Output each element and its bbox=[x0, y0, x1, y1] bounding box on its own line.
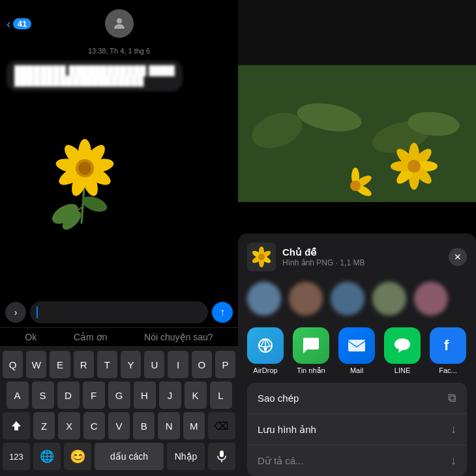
key-g[interactable]: G bbox=[108, 381, 130, 409]
svg-point-37 bbox=[350, 181, 361, 191]
svg-rect-17 bbox=[220, 451, 224, 457]
line-label: LINE bbox=[394, 366, 410, 374]
more-action-icon: ↓ bbox=[451, 454, 456, 468]
mail-icon bbox=[338, 327, 375, 364]
airdrop-label: AirDrop bbox=[253, 366, 277, 374]
share-close-button[interactable]: ✕ bbox=[449, 248, 467, 266]
app-airdrop[interactable]: AirDrop bbox=[247, 327, 284, 375]
mail-label: Mail bbox=[350, 366, 363, 374]
app-mail[interactable]: Mail bbox=[338, 327, 375, 375]
action-list: Sao chép ⧉ Lưu hình ảnh ↓ Dữ tả cá... ↓ bbox=[247, 383, 467, 476]
line-svg bbox=[392, 335, 413, 356]
contact-5[interactable] bbox=[414, 282, 448, 316]
suggestion-thanks[interactable]: Cảm ơn bbox=[74, 332, 107, 342]
action-copy-label: Sao chép bbox=[258, 393, 299, 404]
key-k[interactable]: K bbox=[185, 381, 207, 409]
key-x[interactable]: X bbox=[58, 412, 80, 439]
key-s[interactable]: S bbox=[32, 381, 54, 409]
key-u[interactable]: U bbox=[144, 351, 164, 378]
key-q[interactable]: Q bbox=[3, 351, 23, 378]
key-d[interactable]: D bbox=[57, 381, 80, 409]
key-123[interactable]: 123 bbox=[3, 443, 30, 470]
thumbnail-svg bbox=[247, 243, 276, 271]
key-b[interactable]: B bbox=[133, 412, 155, 439]
message-input[interactable] bbox=[30, 301, 208, 323]
share-sheet: Chủ đề Hình ảnh PNG · 1,1 MB ✕ bbox=[238, 233, 476, 476]
key-y[interactable]: Y bbox=[121, 351, 141, 378]
keyboard-row-1: Q W E R T Y U I O P bbox=[3, 351, 235, 378]
messages-icon bbox=[293, 327, 329, 364]
key-o[interactable]: O bbox=[192, 351, 212, 378]
send-button[interactable]: ↑ bbox=[212, 302, 233, 323]
action-copy[interactable]: Sao chép ⧉ bbox=[247, 383, 467, 414]
back-chevron-icon: ‹ bbox=[7, 17, 11, 30]
keyboard: Q W E R T Y U I O P A S D F G H J K L bbox=[0, 347, 238, 476]
line-icon bbox=[384, 327, 421, 364]
action-more[interactable]: Dữ tả cá... ↓ bbox=[247, 445, 467, 476]
keyboard-row-bottom: 123 🌐 😊 dấu cách Nhập bbox=[3, 443, 235, 470]
chat-header: ‹ 41 bbox=[0, 0, 238, 44]
share-header: Chủ đề Hình ảnh PNG · 1,1 MB ✕ bbox=[238, 233, 476, 278]
share-thumbnail bbox=[247, 243, 276, 271]
contacts-row bbox=[238, 278, 476, 322]
shift-icon bbox=[10, 420, 22, 432]
back-count-badge[interactable]: 41 bbox=[13, 18, 31, 29]
facebook-svg: f bbox=[438, 335, 458, 356]
apps-row: AirDrop Tin nhắn Mail bbox=[238, 322, 476, 378]
key-a[interactable]: A bbox=[7, 381, 29, 409]
key-t[interactable]: T bbox=[97, 351, 117, 378]
key-f[interactable]: F bbox=[83, 381, 105, 409]
app-more[interactable]: f Fac... bbox=[430, 327, 466, 375]
photo-background bbox=[238, 0, 476, 202]
flower-photo bbox=[7, 97, 163, 240]
expand-button[interactable]: › bbox=[5, 302, 26, 323]
contact-1[interactable] bbox=[247, 282, 281, 316]
action-more-label: Dữ tả cá... bbox=[258, 455, 304, 467]
key-w[interactable]: W bbox=[26, 351, 46, 378]
svg-point-45 bbox=[258, 254, 265, 260]
share-info: Chủ đề Hình ảnh PNG · 1,1 MB bbox=[282, 246, 442, 267]
contact-3[interactable] bbox=[331, 282, 364, 316]
key-i[interactable]: I bbox=[168, 351, 188, 378]
action-save-label: Lưu hình ảnh bbox=[258, 424, 316, 436]
key-e[interactable]: E bbox=[50, 351, 70, 378]
key-l[interactable]: L bbox=[210, 381, 232, 409]
svg-point-33 bbox=[408, 160, 421, 173]
contact-2[interactable] bbox=[289, 282, 323, 316]
app-line[interactable]: LINE bbox=[384, 327, 421, 375]
incoming-message-image[interactable] bbox=[7, 97, 163, 240]
space-key[interactable]: dấu cách bbox=[95, 443, 164, 470]
svg-rect-48 bbox=[348, 340, 365, 351]
action-save[interactable]: Lưu hình ảnh ↓ bbox=[247, 414, 467, 445]
delete-key[interactable]: ⌫ bbox=[208, 412, 235, 439]
svg-point-0 bbox=[117, 18, 122, 23]
app-messages[interactable]: Tin nhắn bbox=[293, 327, 329, 375]
key-c[interactable]: C bbox=[83, 412, 105, 439]
svg-text:f: f bbox=[444, 337, 449, 353]
key-z[interactable]: Z bbox=[33, 412, 55, 439]
key-m[interactable]: M bbox=[183, 412, 205, 439]
nature-background-svg bbox=[238, 0, 476, 202]
messaging-panel: ‹ 41 13:38, Th 4, 1 thg 6 ████████ █████… bbox=[0, 0, 238, 476]
return-key[interactable]: Nhập bbox=[167, 443, 205, 470]
key-p[interactable]: P bbox=[215, 351, 235, 378]
key-r[interactable]: R bbox=[74, 351, 94, 378]
emoji-key[interactable]: 😊 bbox=[64, 443, 91, 470]
mic-key[interactable] bbox=[208, 443, 235, 470]
message-timestamp: 13:38, Th 4, 1 thg 6 bbox=[0, 44, 238, 60]
share-title: Chủ đề bbox=[282, 246, 442, 258]
globe-key[interactable]: 🌐 bbox=[33, 443, 61, 470]
key-v[interactable]: V bbox=[108, 412, 130, 439]
chat-messages: ████████ ████████████ ██████████████████… bbox=[0, 60, 238, 297]
contact-avatar[interactable] bbox=[105, 9, 134, 38]
mail-svg bbox=[346, 335, 367, 356]
suggestion-later[interactable]: Nói chuyện sau? bbox=[144, 332, 213, 342]
suggestion-ok[interactable]: Ok bbox=[25, 332, 37, 342]
key-j[interactable]: J bbox=[159, 381, 181, 409]
shift-key[interactable] bbox=[3, 412, 30, 439]
incoming-message-text: ████████ ████████████ ██████████████████… bbox=[7, 60, 183, 91]
key-n[interactable]: N bbox=[158, 412, 179, 439]
key-h[interactable]: H bbox=[134, 381, 156, 409]
back-button[interactable]: ‹ 41 bbox=[7, 17, 31, 30]
contact-4[interactable] bbox=[372, 282, 406, 316]
